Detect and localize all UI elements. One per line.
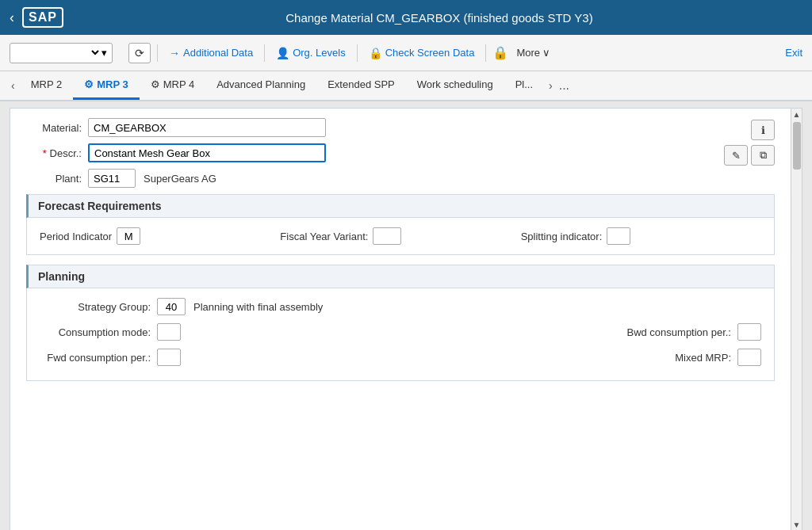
plant-label: Plant: [26,173,82,185]
toolbar-select[interactable] [15,46,102,59]
scroll-bar-right[interactable]: ▲ ▼ [791,109,802,530]
org-icon: 👤 [276,47,289,59]
copy-button[interactable]: ⧉ [751,145,775,166]
more-label: More [516,47,540,59]
forecast-section-header: Forecast Requirements [26,194,775,218]
consumption-mode-label: Consumption mode: [40,326,151,338]
edit-button[interactable]: ✎ [724,145,748,166]
consumption-mode-row: Consumption mode: Bwd consumption per.: [40,323,761,341]
period-indicator-input[interactable] [117,227,140,245]
exit-button[interactable]: Exit [785,47,802,59]
info-icon: ℹ [761,124,765,136]
tab-extended-spp-label: Extended SPP [327,78,395,90]
header-btn-row: ✎ ⧉ [724,145,775,166]
check-screen-icon: 🔒 [369,47,382,59]
check-screen-data-link[interactable]: 🔒 Check Screen Data [364,47,480,59]
tab-advanced-planning[interactable]: Advanced Planning [205,71,316,100]
org-levels-link[interactable]: 👤 Org. Levels [271,47,350,59]
forecast-section-content: Period Indicator Fiscal Year Variant: Sp… [26,218,775,255]
tab-work-scheduling[interactable]: Work scheduling [406,71,504,100]
description-label: Descr.: [26,147,82,159]
scroll-thumb[interactable] [793,122,801,170]
header-fields-right: ℹ ✎ ⧉ [724,118,775,166]
main-content: ▲ ▼ Material: Descr.: Plant: SuperGears … [10,108,802,530]
description-input[interactable] [88,143,326,162]
title-bar: ‹ SAP Change Material CM_GEARBOX (finish… [0,0,812,35]
plant-input[interactable] [88,169,136,188]
bwd-consumption-input[interactable] [737,323,761,341]
tab-extended-spp[interactable]: Extended SPP [316,71,406,100]
strategy-group-input[interactable] [157,298,186,315]
tab-ellipsis[interactable]: ... [557,78,571,93]
lock-icon: 🔒 [492,45,508,60]
strategy-group-desc: Planning with final assembly [193,301,323,313]
tab-nav-left-button[interactable]: ‹ [6,71,20,100]
tab-nav-right-button[interactable]: › [544,71,557,100]
bwd-consumption-label: Bwd consumption per.: [604,326,731,338]
fwd-consumption-row: Fwd consumption per.: Mixed MRP: [40,349,761,366]
tab-mrp3-label: MRP 3 [97,78,128,90]
mixed-mrp-label: Mixed MRP: [604,352,731,364]
check-screen-label: Check Screen Data [385,47,475,59]
toolbar-divider-2 [264,44,265,62]
more-button[interactable]: More ∨ [511,47,555,59]
period-indicator-group: Period Indicator [40,227,280,245]
header-fields-left: Material: Descr.: Plant: SuperGears AG [26,118,724,194]
back-button[interactable]: ‹ [10,10,14,26]
info-button[interactable]: ℹ [751,120,775,140]
scroll-up-arrow[interactable]: ▲ [791,109,802,120]
material-input[interactable] [88,118,326,137]
tab-bar: ‹ MRP 2 ⚙ MRP 3 ⚙ MRP 4 Advanced Plannin… [0,71,812,101]
toolbar: ▾ ⟳ → Additional Data 👤 Org. Levels 🔒 Ch… [0,35,812,71]
forecast-row: Period Indicator Fiscal Year Variant: Sp… [40,227,761,245]
scroll-down-arrow[interactable]: ▼ [791,519,802,530]
splitting-indicator-group: Splitting indicator: [521,227,761,245]
consumption-mode-input[interactable] [157,323,181,341]
tab-mrp2[interactable]: MRP 2 [20,71,74,100]
plant-name: SuperGears AG [144,173,216,185]
select-chevron-icon: ▾ [102,47,107,59]
toolbar-divider-1 [157,44,158,62]
planning-section-content: Strategy Group: Planning with final asse… [26,288,775,381]
fiscal-year-input[interactable] [373,227,401,245]
header-fields: Material: Descr.: Plant: SuperGears AG ℹ [26,118,775,194]
strategy-group-row: Strategy Group: Planning with final asse… [40,298,761,315]
tab-mrp3-icon: ⚙ [84,78,94,90]
toolbar-divider-3 [357,44,358,62]
fwd-consumption-input[interactable] [157,349,181,366]
additional-data-link[interactable]: → Additional Data [164,47,258,59]
copy-icon: ⧉ [760,149,767,162]
sap-logo: SAP [22,7,63,28]
toolbar-divider-4 [485,44,486,62]
tab-mrp3[interactable]: ⚙ MRP 3 [73,71,140,100]
fiscal-year-label: Fiscal Year Variant: [280,231,368,242]
bwd-consumption-group: Bwd consumption per.: [604,323,761,341]
tab-mrp4-icon: ⚙ [151,78,160,90]
toolbar-sync-button[interactable]: ⟳ [128,43,151,63]
splitting-indicator-label: Splitting indicator: [521,231,603,242]
org-levels-label: Org. Levels [293,47,345,59]
period-indicator-label: Period Indicator [40,231,112,242]
mixed-mrp-input[interactable] [737,349,761,366]
tab-pl[interactable]: Pl... [504,71,544,100]
arrow-icon: → [169,47,180,59]
tab-pl-label: Pl... [515,78,533,90]
tab-mrp4-label: MRP 4 [163,78,195,90]
tab-work-scheduling-label: Work scheduling [417,78,493,90]
tab-advanced-planning-label: Advanced Planning [216,78,305,90]
planning-section-header: Planning [26,265,775,288]
edit-icon: ✎ [732,150,741,162]
toolbar-select-wrap[interactable]: ▾ [10,43,113,63]
sync-icon: ⟳ [135,47,144,59]
tab-mrp4[interactable]: ⚙ MRP 4 [140,71,206,100]
tab-mrp2-label: MRP 2 [31,78,63,90]
material-label: Material: [26,122,82,134]
description-field-row: Descr.: [26,143,724,162]
strategy-group-label: Strategy Group: [40,301,151,313]
fwd-consumption-label: Fwd consumption per.: [40,352,151,364]
mixed-mrp-group: Mixed MRP: [604,349,761,366]
form-area: Material: Descr.: Plant: SuperGears AG ℹ [10,109,791,400]
splitting-indicator-input[interactable] [607,227,630,245]
material-field-row: Material: [26,118,724,137]
app-title: Change Material CM_GEARBOX (finished goo… [76,11,802,25]
